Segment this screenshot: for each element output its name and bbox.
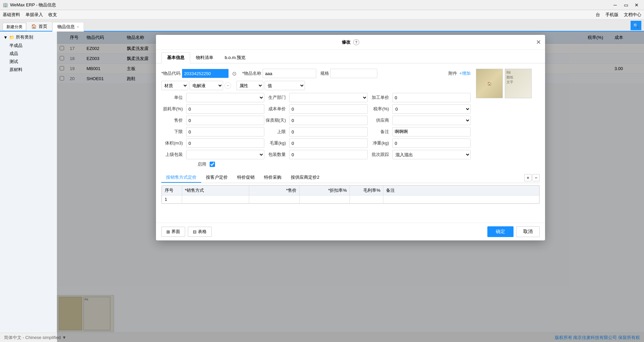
batch-track-select[interactable]: 混入混出先进先出先进后出批次管理	[392, 150, 471, 159]
spec-input[interactable]	[330, 69, 377, 78]
col-header-price: *售价	[249, 186, 300, 195]
sidebar-item-raw[interactable]: 原材料	[1, 66, 55, 74]
table-label: 表格	[198, 229, 207, 235]
content-area: 序号 物品代码 物品名称 规格 颜色 尺寸 单位 税率(%) 成本 17 EZ0…	[57, 32, 644, 342]
sub-tab-special-sale[interactable]: 特价促销	[232, 173, 259, 183]
volume-input[interactable]	[186, 138, 264, 148]
net-weight-label: 净重(kg)	[368, 140, 391, 146]
new-category-button[interactable]: 新建分类	[3, 23, 26, 31]
tab-close-icon[interactable]: ×	[77, 25, 79, 29]
cancel-button[interactable]: 取消	[516, 226, 540, 237]
net-weight-input[interactable]	[392, 138, 471, 148]
sidebar-item-semi[interactable]: 半成品	[1, 42, 55, 50]
tax-rate-select[interactable]: 036913	[392, 104, 471, 114]
modal-dialog: 修改 ? ✕ 基本信息 物料清单 b.o.m.预览	[156, 35, 545, 240]
tab-items[interactable]: 物品信息 ×	[52, 22, 84, 32]
language-label: 简体中文 - Chinese simplified	[4, 335, 61, 341]
tab-home[interactable]: 🏠 首页	[26, 21, 52, 31]
menu-item-mobile[interactable]: 手机版	[605, 12, 619, 18]
folder-icon: 📁	[9, 35, 14, 40]
table-view-button[interactable]: ⊟ 表格	[188, 227, 212, 237]
loss-rate-input[interactable]	[186, 104, 264, 114]
inner-row-price[interactable]	[249, 195, 300, 204]
unit-select[interactable]	[186, 93, 264, 102]
item-code-input[interactable]	[182, 69, 229, 78]
sidebar-group-all[interactable]: ▼ 📁 所有类别 半成品 成品 测试 原材料	[1, 33, 55, 74]
sidebar-item-test[interactable]: 测试	[1, 58, 55, 66]
modal-footer: ⊞ 界面 ⊟ 表格 确定 取消	[156, 223, 545, 240]
sub-tab-supplier-price2[interactable]: 按供应商定价2	[286, 173, 324, 183]
modal-close-button[interactable]: ✕	[536, 39, 541, 46]
add-row-button[interactable]: +	[524, 174, 532, 181]
upper-limit-label: 上限	[264, 129, 288, 135]
shelf-life-input[interactable]	[289, 116, 367, 125]
inner-row-remark[interactable]	[383, 195, 539, 204]
attr-select[interactable]: 属性	[236, 81, 263, 90]
col-header-margin: 毛利率%	[350, 186, 383, 195]
modal-tab-bom-preview[interactable]: b.o.m.预览	[219, 52, 251, 63]
gross-weight-input[interactable]	[289, 138, 367, 148]
dept-select[interactable]	[289, 93, 367, 102]
menu-item-docs[interactable]: 文档中心	[624, 12, 641, 18]
item-code-scan-button[interactable]: ⊙	[230, 69, 238, 77]
modal-tab-basic[interactable]: 基本信息	[161, 52, 190, 63]
tab-bar: 新建分类 🏠 首页 物品信息 × 🔍	[0, 19, 644, 32]
upper-package-select[interactable]	[186, 150, 264, 159]
sidebar: ▼ 📁 所有类别 半成品 成品 测试 原材料	[0, 32, 57, 342]
enable-checkbox[interactable]	[210, 162, 215, 167]
process-price-input[interactable]	[392, 93, 471, 102]
confirm-button[interactable]: 确定	[487, 226, 514, 237]
sub-tab-special-purchase[interactable]: 特价采购	[259, 173, 286, 183]
process-price-label: 加工单价	[368, 95, 391, 101]
image-area: 🏠 Rit图纸文字	[476, 69, 540, 170]
sale-price-input[interactable]	[186, 116, 264, 125]
material-type-select[interactable]: 材质	[161, 81, 188, 90]
add-attachment-link[interactable]: +增加	[459, 70, 471, 76]
supplier-select[interactable]	[392, 116, 471, 125]
modal-tab-bom-list[interactable]: 物料清单	[190, 52, 219, 63]
restore-button[interactable]: ▭	[621, 2, 631, 8]
menu-item-platform[interactable]: 台	[596, 12, 600, 18]
lower-limit-input[interactable]	[186, 127, 264, 136]
menu-item-entry[interactable]: 单据录入	[25, 12, 43, 18]
sub-tab-sale-method[interactable]: 按销售方式定价	[161, 173, 201, 183]
remark-label: 备注	[368, 129, 391, 135]
menu-item-basic[interactable]: 基础资料	[3, 12, 20, 18]
col-header-remark: 备注	[383, 186, 539, 195]
tab-items-label: 物品信息	[57, 24, 75, 30]
search-button-top[interactable]: 🔍	[631, 21, 641, 30]
image-thumb-1[interactable]: 🏠	[476, 69, 503, 98]
inner-row-sale-method[interactable]	[182, 195, 249, 204]
material-remove-button[interactable]: −	[224, 82, 231, 89]
dept-label: 生产部门	[264, 95, 288, 101]
col-header-seq: 序号	[162, 186, 182, 195]
modal-header: 修改 ? ✕	[156, 35, 545, 50]
sub-tab-customer-price[interactable]: 按客户定价	[201, 173, 232, 183]
upper-limit-input[interactable]	[289, 127, 367, 136]
close-button[interactable]: ✕	[632, 2, 641, 8]
minimize-button[interactable]: ─	[610, 2, 620, 8]
sidebar-item-finished[interactable]: 成品	[1, 50, 55, 58]
modal-overlay: 修改 ? ✕ 基本信息 物料清单 b.o.m.预览	[57, 32, 644, 342]
remove-row-button[interactable]: −	[532, 174, 540, 181]
loss-rate-label: 损耗率(%)	[161, 106, 185, 112]
inner-row-margin[interactable]	[350, 195, 383, 204]
attr-value-select[interactable]: 值	[265, 81, 305, 90]
item-name-input[interactable]	[263, 69, 316, 78]
interface-button[interactable]: ⊞ 界面	[161, 227, 185, 237]
modal-title: 修改	[342, 39, 351, 45]
layout-icon: ⊞	[166, 229, 170, 234]
help-icon[interactable]: ?	[353, 39, 359, 45]
interface-label: 界面	[171, 229, 180, 235]
cost-unit-input[interactable]	[289, 104, 367, 114]
tab-toolbar: 新建分类	[3, 23, 26, 31]
package-qty-input[interactable]	[289, 150, 367, 159]
material-value-select[interactable]: 电解液	[190, 81, 223, 90]
inner-row-discount[interactable]	[300, 195, 350, 204]
tab-home-label: 首页	[39, 23, 47, 30]
remark-input[interactable]	[392, 127, 471, 136]
inner-row-seq: 1	[162, 195, 182, 204]
inner-table-row[interactable]: 1	[162, 195, 539, 204]
menu-item-finance[interactable]: 收支	[48, 12, 57, 18]
image-thumb-2[interactable]: Rit图纸文字	[505, 69, 532, 98]
